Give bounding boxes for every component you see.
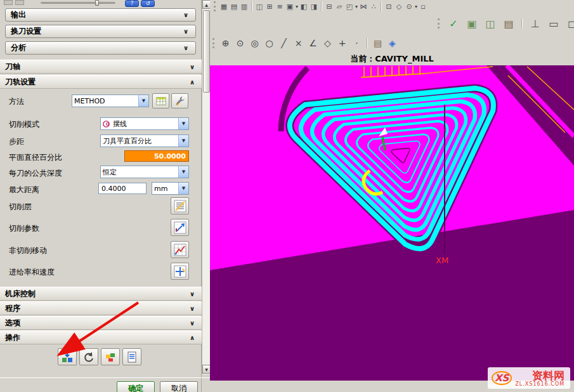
dropdown-arrow-icon[interactable]: ▼ (178, 135, 188, 147)
chevron-down-icon[interactable]: ∨ (188, 291, 197, 297)
corner-view-icon[interactable]: ◰ (344, 1, 355, 11)
dropdown-arrow-icon[interactable]: ▼ (138, 95, 148, 107)
generate-button[interactable] (58, 348, 77, 365)
snap-diamond-icon[interactable]: ◇ (321, 37, 334, 50)
non-cutting-moves-button[interactable] (171, 241, 189, 258)
snap-point-icon[interactable]: ○ (263, 37, 276, 50)
max-distance-input[interactable]: 0.4000 (98, 183, 147, 194)
method-edit-button[interactable] (171, 93, 188, 108)
section-actions[interactable]: 操作 ∧ (0, 330, 202, 344)
fixture-icon[interactable]: ⊥ (528, 16, 543, 31)
box-dot-icon[interactable]: ⊡ (384, 1, 394, 11)
toolpath-display: XM (210, 65, 574, 381)
dropdown-arrow-icon[interactable]: ▼ (178, 118, 188, 129)
ok-button[interactable]: 确定 (117, 381, 155, 392)
cancel-button[interactable]: 取消 (160, 381, 198, 392)
zoom-slider-knob[interactable] (95, 0, 99, 6)
snap-circle-icon[interactable]: ◎ (248, 37, 261, 50)
stepover-combo[interactable]: 刀具平直百分比 ▼ (100, 134, 189, 147)
shaded-cube-icon[interactable]: ◈ (386, 37, 399, 50)
chevron-up-icon[interactable]: ∧ (188, 334, 197, 341)
finish-check-icon[interactable]: ✓ (446, 16, 461, 31)
chevron-down-icon[interactable]: ∨ (188, 63, 197, 70)
scrollbar-thumb[interactable] (203, 10, 210, 93)
dropdown-arrow-icon[interactable]: ▾ (415, 4, 417, 10)
snap-center-icon[interactable]: ⊙ (233, 37, 247, 50)
snap-existing-point-icon[interactable]: · (350, 37, 363, 50)
bowtie-icon[interactable]: ⋈ (358, 1, 369, 11)
dialog-box-icon[interactable]: ◻ (564, 16, 574, 31)
dropdown-arrow-icon[interactable]: ▼ (178, 166, 188, 178)
chevron-down-icon[interactable]: ∨ (188, 305, 197, 312)
snap-quadrant-icon[interactable]: ⊕ (219, 37, 232, 50)
depth-per-cut-combo[interactable]: 恒定 ▼ (100, 166, 189, 178)
target-icon[interactable]: ⊙ (404, 1, 414, 11)
cut-pattern-combo[interactable]: 摆线 ▼ (100, 117, 189, 130)
section-path-settings-label: 刀轨设置 (5, 77, 188, 88)
dropdown-arrow-icon[interactable]: ▾ (296, 4, 298, 10)
filled-cell-icon[interactable]: ▣ (285, 1, 295, 11)
snap-intersection-icon[interactable]: × (292, 37, 305, 50)
cut-levels-button[interactable] (171, 197, 189, 214)
pattern-grid-icon[interactable]: ▦ (219, 1, 229, 11)
add-grid-icon[interactable]: ⊞ (264, 1, 275, 11)
section-program[interactable]: 程序 ∨ (0, 301, 202, 315)
section-options[interactable]: 选项 ∨ (0, 316, 202, 330)
zoom-slider[interactable] (41, 2, 115, 4)
chevron-up-icon[interactable]: ∧ (188, 79, 197, 86)
dots-icon[interactable]: ∴ (369, 1, 379, 11)
toolbar-grip[interactable] (212, 38, 214, 48)
remove-box-icon[interactable]: ⊟ (324, 1, 334, 11)
parallelogram-icon[interactable]: ▱ (334, 1, 344, 11)
max-distance-unit-combo[interactable]: mm ▼ (152, 182, 189, 195)
square-small-icon[interactable]: ▫ (418, 1, 428, 11)
toolbar-grip[interactable] (438, 18, 440, 29)
dropdown-arrow-icon[interactable]: ▾ (355, 4, 358, 10)
group-output[interactable]: 输出 ∨ (5, 8, 196, 22)
monitor-icon[interactable]: ▭ (546, 16, 561, 31)
dialog-scrollbar[interactable]: ▲ ▼ (202, 0, 210, 374)
watermark-subtitle: ZL.XS1616.COM (515, 381, 564, 387)
diamond-icon[interactable]: ◇ (394, 1, 404, 11)
columns-icon[interactable]: ▥ (239, 1, 249, 11)
snap-line-icon[interactable]: ╱ (277, 37, 290, 50)
list-view-icon[interactable]: ▤ (229, 1, 239, 11)
show-solid-icon[interactable]: ▣ (464, 16, 479, 31)
method-new-button[interactable] (152, 93, 169, 108)
half-right-icon[interactable]: ◨ (309, 1, 319, 11)
chevron-down-icon[interactable]: ∨ (188, 320, 197, 327)
copy-solid-icon[interactable]: ◫ (483, 16, 498, 31)
menu-lines-icon[interactable]: ≡ (275, 1, 285, 11)
group-tool-change[interactable]: 换刀设置 ∨ (5, 25, 196, 38)
snap-angle-icon[interactable]: ∠ (306, 37, 320, 50)
current-operation-label: 当前：CAVITY_MILL (210, 53, 574, 65)
viewport-3d[interactable]: XM (210, 65, 574, 381)
group-analysis[interactable]: 分析 ∨ (5, 41, 196, 55)
reset-button[interactable]: ↺ (141, 0, 155, 7)
clipped-toolbar-icon[interactable] (15, 0, 24, 5)
half-left-icon[interactable]: ◧ (299, 1, 309, 11)
notebook-icon[interactable]: ▤ (501, 16, 516, 31)
window-icon[interactable]: ◫ (254, 1, 264, 11)
feeds-speeds-button[interactable] (171, 263, 189, 280)
chevron-down-icon[interactable]: ∨ (181, 44, 190, 51)
chevron-down-icon[interactable]: ∨ (181, 28, 190, 35)
section-machine-control[interactable]: 机床控制 ∨ (0, 287, 202, 301)
section-path-settings[interactable]: 刀轨设置 ∧ (0, 75, 202, 89)
cutting-parameters-button[interactable] (171, 219, 189, 236)
list-button[interactable] (122, 348, 141, 365)
clipped-toolbar-icon[interactable] (4, 0, 13, 5)
replay-button[interactable] (79, 348, 98, 365)
section-tool-axis[interactable]: 刀轴 ∨ (0, 60, 202, 74)
help-button[interactable]: ? (125, 0, 139, 7)
toolbar-separator (521, 18, 523, 29)
journal-icon[interactable]: ▤ (371, 37, 384, 50)
verify-3d-button[interactable] (101, 348, 120, 365)
chevron-down-icon[interactable]: ∨ (181, 11, 190, 18)
method-combo[interactable]: METHOD ▼ (72, 95, 149, 107)
dropdown-arrow-icon[interactable]: ▼ (178, 183, 188, 194)
flat-diameter-pct-input[interactable]: 50.0000 (124, 150, 189, 162)
toolbar-grip[interactable] (214, 1, 216, 11)
toolbar-separator (381, 1, 382, 11)
snap-plus-icon[interactable]: + (336, 37, 349, 50)
